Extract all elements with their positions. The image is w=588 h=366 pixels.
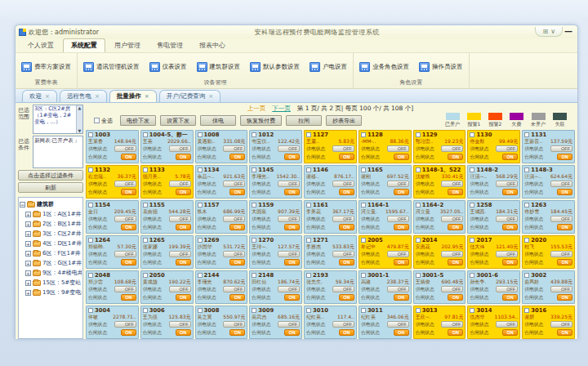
- meter-checkbox[interactable]: [470, 273, 474, 278]
- toolbar-button-电价下发[interactable]: 电价下发: [120, 115, 156, 126]
- meter-checkbox[interactable]: [88, 308, 93, 313]
- tree-item[interactable]: +19区：9#变电站（..: [20, 288, 82, 297]
- breaker-on-button[interactable]: ON: [176, 329, 191, 336]
- close-icon[interactable]: ×: [45, 93, 50, 100]
- breaker-on-button[interactable]: ON: [339, 224, 354, 230]
- range-scrollbar[interactable]: ▲ ▼: [76, 105, 82, 133]
- breaker-on-button[interactable]: ON: [121, 224, 136, 230]
- meter-checkbox[interactable]: [470, 203, 474, 208]
- meter-checkbox[interactable]: [252, 203, 256, 208]
- tree-item[interactable]: +9区：4#楼电井（4..: [20, 268, 82, 278]
- supply-off-button[interactable]: OFF: [441, 251, 463, 257]
- tree-item[interactable]: +1区：A区1#井: [20, 209, 82, 219]
- supply-off-button[interactable]: OFF: [114, 145, 136, 152]
- supply-off-button[interactable]: OFF: [387, 145, 409, 152]
- supply-off-button[interactable]: OFF: [441, 321, 463, 328]
- breaker-on-button[interactable]: ON: [557, 154, 572, 160]
- ribbon-button-业务角色设置[interactable]: 业务角色设置: [357, 60, 412, 74]
- meter-checkbox[interactable]: [306, 132, 311, 137]
- menu-item-售电管理[interactable]: 售电管理: [149, 39, 190, 52]
- supply-off-button[interactable]: OFF: [441, 145, 463, 152]
- supply-off-button[interactable]: OFF: [441, 216, 463, 222]
- breaker-on-button[interactable]: ON: [448, 154, 463, 160]
- supply-off-button[interactable]: OFF: [387, 216, 409, 222]
- breaker-on-button[interactable]: ON: [557, 259, 572, 266]
- supply-off-button[interactable]: OFF: [550, 145, 572, 152]
- breaker-on-button[interactable]: ON: [502, 259, 518, 266]
- breaker-on-button[interactable]: ON: [557, 294, 572, 301]
- filter-button[interactable]: 点击选择过滤条件: [18, 170, 83, 181]
- supply-off-button[interactable]: OFF: [332, 216, 354, 222]
- breaker-on-button[interactable]: ON: [339, 329, 354, 336]
- meter-checkbox[interactable]: [416, 273, 421, 278]
- close-icon[interactable]: ×: [145, 93, 149, 100]
- breaker-on-button[interactable]: ON: [176, 294, 191, 301]
- meter-checkbox[interactable]: [524, 167, 529, 172]
- supply-off-button[interactable]: OFF: [441, 181, 463, 187]
- supply-off-button[interactable]: OFF: [278, 286, 300, 292]
- supply-off-button[interactable]: OFF: [223, 181, 245, 187]
- toolbar-button-恢复预付费[interactable]: 恢复预付费: [240, 115, 282, 126]
- window-controls[interactable]: ⊞ ∨: [535, 27, 563, 37]
- breaker-on-button[interactable]: ON: [176, 154, 191, 160]
- tree-item[interactable]: +2区：B区1#井(B区..: [20, 219, 82, 229]
- ribbon-button-户电设置[interactable]: 户电设置: [307, 60, 350, 74]
- meter-checkbox[interactable]: [470, 132, 474, 137]
- supply-off-button[interactable]: OFF: [114, 216, 136, 222]
- tree-item[interactable]: +6区：F区1#井（F..: [20, 248, 82, 258]
- tree-item[interactable]: +15区：5#变站（3..: [20, 278, 82, 288]
- meter-checkbox[interactable]: [88, 273, 93, 278]
- meter-checkbox[interactable]: [252, 308, 256, 313]
- meter-checkbox[interactable]: [198, 167, 203, 172]
- meter-checkbox[interactable]: [88, 132, 93, 137]
- breaker-on-button[interactable]: ON: [121, 259, 136, 266]
- meter-checkbox[interactable]: [198, 273, 203, 278]
- tab-批量操作[interactable]: 批量操作×: [109, 90, 157, 102]
- breaker-on-button[interactable]: ON: [448, 189, 463, 195]
- menu-item-个人设置[interactable]: 个人设置: [20, 39, 61, 52]
- breaker-on-button[interactable]: ON: [394, 189, 409, 195]
- tab-远程售电[interactable]: 远程售电×: [60, 90, 107, 102]
- breaker-on-button[interactable]: ON: [502, 294, 518, 301]
- meter-checkbox[interactable]: [252, 238, 256, 243]
- breaker-on-button[interactable]: ON: [339, 294, 354, 301]
- supply-off-button[interactable]: OFF: [550, 286, 572, 292]
- supply-off-button[interactable]: OFF: [550, 181, 572, 187]
- close-icon[interactable]: ×: [95, 93, 100, 100]
- meter-checkbox[interactable]: [361, 238, 366, 243]
- breaker-on-button[interactable]: ON: [284, 224, 300, 230]
- ribbon-button-建筑群设置[interactable]: 建筑群设置: [194, 60, 243, 74]
- breaker-on-button[interactable]: ON: [394, 294, 409, 301]
- tree-root[interactable]: −建筑群: [20, 199, 82, 209]
- supply-off-button[interactable]: OFF: [278, 181, 300, 187]
- meter-checkbox[interactable]: [198, 238, 203, 243]
- supply-off-button[interactable]: OFF: [496, 251, 518, 257]
- supply-off-button[interactable]: OFF: [169, 181, 191, 187]
- expand-icon[interactable]: +: [25, 221, 31, 227]
- scroll-down-icon[interactable]: ▼: [78, 128, 82, 133]
- breaker-on-button[interactable]: ON: [394, 154, 409, 160]
- supply-off-button[interactable]: OFF: [332, 251, 354, 257]
- breaker-on-button[interactable]: ON: [229, 294, 245, 301]
- ribbon-button-默认参数设置[interactable]: 默认参数设置: [247, 60, 302, 74]
- meter-checkbox[interactable]: [252, 132, 256, 137]
- meter-checkbox[interactable]: [470, 167, 474, 172]
- breaker-on-button[interactable]: ON: [394, 224, 409, 230]
- menu-item-用户管理[interactable]: 用户管理: [107, 39, 148, 52]
- meter-checkbox[interactable]: [524, 203, 529, 208]
- tab-欢迎[interactable]: 欢迎×: [22, 90, 57, 102]
- meter-checkbox[interactable]: [198, 203, 203, 208]
- supply-off-button[interactable]: OFF: [387, 251, 409, 257]
- breaker-on-button[interactable]: ON: [176, 259, 191, 266]
- meter-checkbox[interactable]: [361, 203, 366, 208]
- breaker-on-button[interactable]: ON: [448, 294, 463, 301]
- tree-item[interactable]: +7区：G区1#井: [20, 258, 82, 268]
- supply-off-button[interactable]: OFF: [114, 181, 136, 187]
- breaker-on-button[interactable]: ON: [284, 189, 300, 195]
- supply-off-button[interactable]: OFF: [496, 216, 518, 222]
- meter-checkbox[interactable]: [416, 308, 421, 313]
- supply-off-button[interactable]: OFF: [114, 251, 136, 257]
- supply-off-button[interactable]: OFF: [332, 181, 354, 187]
- tree-item[interactable]: +3区：C区2#井（1..: [20, 229, 82, 239]
- supply-off-button[interactable]: OFF: [223, 321, 245, 328]
